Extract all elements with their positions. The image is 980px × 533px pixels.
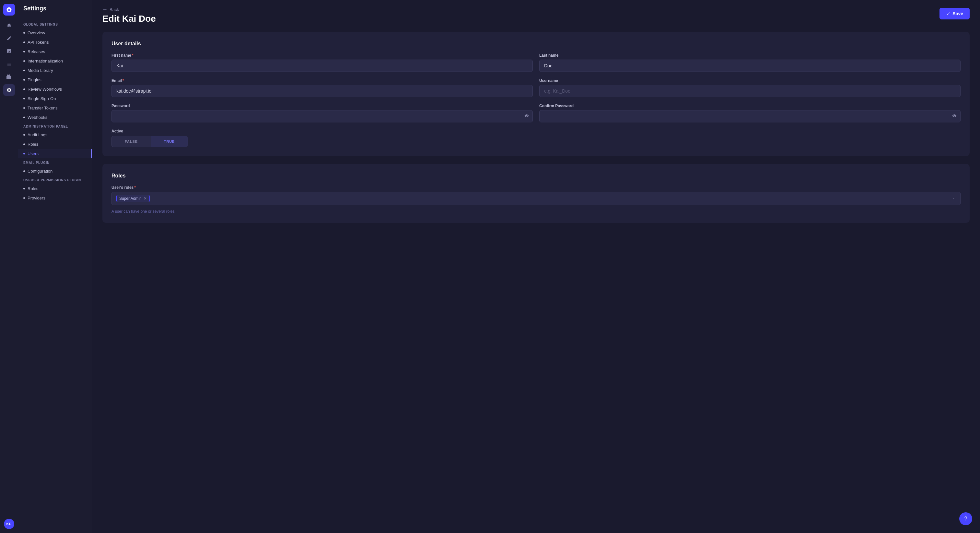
last-name-input[interactable] [539,60,961,72]
remove-role-button[interactable]: ✕ [143,196,147,201]
sidebar-item-releases[interactable]: Releases [18,47,92,56]
bullet-icon [23,70,25,71]
user-avatar-icon[interactable]: KD [4,519,14,529]
confirm-password-wrapper [539,110,961,122]
sidebar-item-api-tokens[interactable]: API Tokens [18,38,92,47]
email-label: Email* [111,78,533,83]
active-group: Active FALSE TRUE [111,129,961,147]
email-group: Email* [111,78,533,97]
sidebar-item-configuration[interactable]: Configuration [18,167,92,176]
user-roles-group: User's roles* Super Admin ✕ A user can h… [111,185,961,214]
sidebar: Settings GLOBAL SETTINGS Overview API To… [18,0,92,533]
bullet-icon [23,32,25,34]
user-details-title: User details [111,41,961,47]
toggle-false[interactable]: FALSE [112,136,151,147]
toggle-true[interactable]: TRUE [151,136,188,147]
bullet-icon [23,117,25,118]
sidebar-item-audit-logs[interactable]: Audit Logs [18,130,92,140]
user-details-card: User details First name* Last name Email… [102,32,970,156]
nav-ct-builder[interactable] [3,58,15,70]
nav-plugins[interactable] [3,71,15,83]
sidebar-item-review-workflows[interactable]: Review Workflows [18,84,92,94]
sidebar-item-up-roles[interactable]: Roles [18,184,92,194]
bullet-icon [23,107,25,109]
sidebar-item-providers[interactable]: Providers [18,194,92,203]
page-title: Edit Kai Doe [102,12,156,24]
roles-title: Roles [111,173,961,179]
bullet-icon [23,197,25,199]
admin-panel-label: ADMINISTRATION PANEL [18,122,92,130]
nav-home[interactable] [3,19,15,31]
password-toggle-icon[interactable] [524,114,529,119]
username-label: Username [539,78,961,83]
confirm-password-label: Confirm Password [539,104,961,108]
password-wrapper [111,110,533,122]
bullet-icon [23,170,25,172]
password-input[interactable] [111,110,533,122]
password-row: Password Confirm Password [111,104,961,122]
bullet-icon [23,51,25,52]
bullet-icon [23,134,25,136]
bullet-icon [23,188,25,189]
back-arrow-icon: ← [102,6,108,12]
confirm-password-group: Confirm Password [539,104,961,122]
app-logo[interactable] [3,4,15,16]
global-settings-label: GLOBAL SETTINGS [18,20,92,28]
sidebar-item-transfer-tokens[interactable]: Transfer Tokens [18,103,92,113]
first-name-input[interactable] [111,60,533,72]
sidebar-item-sso[interactable]: Single Sign-On [18,94,92,103]
sidebar-item-internationalization[interactable]: Internationalization [18,56,92,66]
icon-bar: KD [0,0,18,533]
super-admin-tag: Super Admin ✕ [116,195,150,202]
bullet-icon [23,143,25,145]
roles-card: Roles User's roles* Super Admin ✕ A user… [102,164,970,223]
active-toggle[interactable]: FALSE TRUE [111,136,188,147]
sidebar-item-plugins[interactable]: Plugins [18,75,92,84]
bullet-icon [23,60,25,62]
first-name-group: First name* [111,53,533,72]
back-link[interactable]: ← Back [102,6,156,12]
sidebar-divider [23,16,86,16]
email-username-row: Email* Username [111,78,961,97]
user-roles-label: User's roles* [111,185,961,190]
users-permissions-label: USERS & PERMISSIONS PLUGIN [18,176,92,184]
password-label: Password [111,104,533,108]
roles-dropdown-icon[interactable] [952,195,956,201]
bullet-icon [23,79,25,81]
check-icon [946,11,950,16]
confirm-password-input[interactable] [539,110,961,122]
nav-content[interactable] [3,32,15,44]
help-button[interactable]: ? [959,512,972,525]
username-input[interactable] [539,85,961,97]
main-content: ← Back Edit Kai Doe Save User details Fi… [92,0,980,533]
bullet-icon [23,98,25,99]
bullet-icon [23,89,25,90]
username-group: Username [539,78,961,97]
nav-media[interactable] [3,45,15,57]
sidebar-item-media-library[interactable]: Media Library [18,66,92,75]
sidebar-title: Settings [18,5,92,16]
last-name-label: Last name [539,53,961,58]
password-group: Password [111,104,533,122]
sidebar-item-roles[interactable]: Roles [18,140,92,149]
save-button[interactable]: Save [940,8,970,19]
first-name-label: First name* [111,53,533,58]
sidebar-item-webhooks[interactable]: Webhooks [18,113,92,122]
roles-input[interactable]: Super Admin ✕ [111,192,961,205]
nav-settings[interactable] [3,84,15,96]
confirm-password-toggle-icon[interactable] [952,114,957,119]
active-label: Active [111,129,961,133]
sidebar-item-users[interactable]: Users [18,149,92,159]
email-input[interactable] [111,85,533,97]
roles-hint: A user can have one or several roles [111,209,961,214]
name-row: First name* Last name [111,53,961,72]
bullet-icon [23,153,25,154]
email-plugin-label: EMAIL PLUGIN [18,159,92,167]
sidebar-item-overview[interactable]: Overview [18,28,92,38]
last-name-group: Last name [539,53,961,72]
bullet-icon [23,41,25,43]
